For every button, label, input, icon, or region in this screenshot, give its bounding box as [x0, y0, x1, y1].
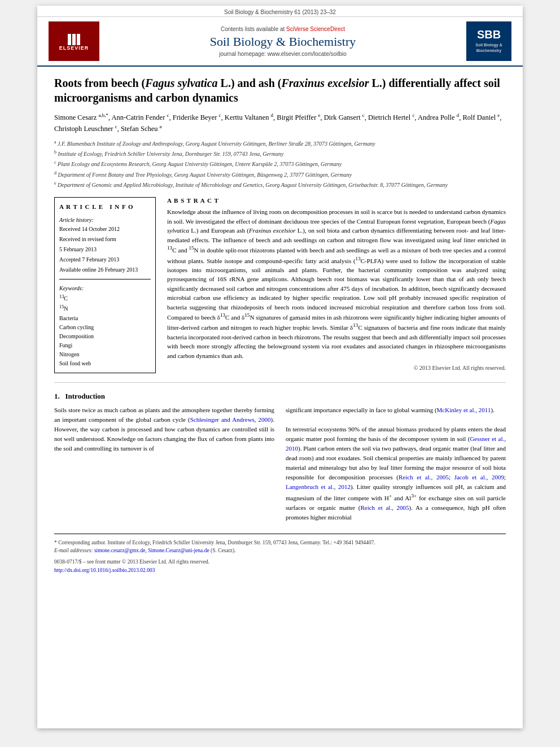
- history-label: Article history:: [59, 216, 151, 225]
- page: Soil Biology & Biochemistry 61 (2013) 23…: [37, 6, 523, 728]
- footnotes-area: * Corresponding author. Institute of Eco…: [54, 534, 506, 574]
- keyword-fungi: Fungi: [59, 341, 151, 350]
- logo-abbr: SBB: [477, 28, 501, 41]
- intro-heading: 1. Introduction: [54, 392, 506, 401]
- journal-header: ELSEVIER Contents lists available at Sci…: [37, 17, 523, 67]
- elsevier-logo: ELSEVIER: [49, 21, 99, 61]
- journal-title: Soil Biology & Biochemistry: [111, 34, 455, 49]
- journal-center: Contents lists available at SciVerse Sci…: [99, 26, 466, 57]
- keywords-label: Keywords:: [59, 284, 151, 293]
- copyright-line: © 2013 Elsevier Ltd. All rights reserved…: [167, 365, 506, 371]
- elsevier-logo-bars: [68, 34, 80, 45]
- article-title: Roots from beech (Fagus sylvatica L.) an…: [54, 76, 506, 105]
- doi-line: http://dx.doi.org/10.1016/j.soilbio.2013…: [54, 566, 506, 574]
- email-link-2[interactable]: Simone.Cesarz@uni-jena.de: [148, 548, 209, 553]
- contents-line: Contents lists available at SciVerse Sci…: [111, 26, 455, 32]
- ref-schlesinger[interactable]: Schlesinger and Andrews, 2000: [190, 416, 271, 423]
- copyright-notice: 0038-0717/$ – see front matter © 2013 El…: [54, 558, 506, 566]
- citation-text: Soil Biology & Biochemistry 61 (2013) 23…: [224, 9, 336, 15]
- received-revised-label: Received in revised form: [59, 235, 151, 244]
- accepted-date: Accepted 7 February 2013: [59, 255, 151, 264]
- affiliation-a: a J.F. Blumenbach Institute of Zoology a…: [54, 139, 506, 148]
- logo-text: Soil Biology &Biochemistry: [474, 41, 503, 54]
- keyword-decomposition: Decomposition: [59, 332, 151, 341]
- ref-jacob[interactable]: Jacob et al., 2009: [454, 474, 504, 480]
- contents-text: Contents lists available at: [221, 26, 286, 32]
- affiliation-c: c Plant Ecology and Ecosystems Research,…: [54, 159, 506, 168]
- intro-right-col: significant importance especially in fac…: [286, 405, 506, 522]
- journal-logo-right: SBB Soil Biology &Biochemistry: [466, 21, 511, 61]
- info-abstract-section: A R T I C L E I N F O Article history: R…: [54, 197, 506, 373]
- abstract-title: A B S T R A C T: [167, 197, 506, 204]
- keyword-13c: 13C: [59, 293, 151, 303]
- journal-homepage: journal homepage: www.elsevier.com/locat…: [111, 51, 455, 57]
- corresponding-author-note: * Corresponding author. Institute of Eco…: [54, 539, 506, 547]
- received-date: Received 14 October 2012: [59, 225, 151, 234]
- keyword-carbon-cycling: Carbon cycling: [59, 323, 151, 332]
- ref-mckinley[interactable]: McKinley et al., 2011: [437, 407, 491, 413]
- article-info-col: A R T I C L E I N F O Article history: R…: [54, 197, 156, 373]
- available-date: Available online 26 February 2013: [59, 265, 151, 274]
- abstract-col: A B S T R A C T Knowledge about the infl…: [167, 197, 506, 373]
- copyright-text: 0038-0717/$ – see front matter © 2013 El…: [54, 559, 209, 565]
- affiliation-d: d Department of Forest Botany and Tree P…: [54, 170, 506, 179]
- revised-date: 5 February 2013: [59, 245, 151, 254]
- affiliation-b: b Institute of Ecology, Friedrich Schill…: [54, 149, 506, 158]
- doi-link[interactable]: http://dx.doi.org/10.1016/j.soilbio.2013…: [54, 567, 155, 573]
- keywords-list: 13C 15N Bacteria Carbon cycling Decompos…: [59, 293, 151, 368]
- ref-langenbruch[interactable]: Langenbruch et al., 2012: [286, 483, 351, 490]
- affiliations: a J.F. Blumenbach Institute of Zoology a…: [54, 139, 506, 190]
- elsevier-logo-text: ELSEVIER: [59, 45, 89, 51]
- keyword-bacteria: Bacteria: [59, 314, 151, 323]
- keyword-soil-food-web: Soil food web: [59, 359, 151, 368]
- email-line: E-mail addresses: simone.cesarz@gmx.de, …: [54, 547, 506, 554]
- info-divider: [59, 279, 151, 279]
- ref-reich2005[interactable]: Reich et al., 2005: [399, 474, 449, 480]
- keyword-nitrogen: Nitrogen: [59, 350, 151, 359]
- article-info-title: A R T I C L E I N F O: [59, 202, 151, 212]
- keyword-15n: 15N: [59, 303, 151, 313]
- journal-citation: Soil Biology & Biochemistry 61 (2013) 23…: [37, 6, 523, 17]
- intro-two-col: Soils store twice as much carbon as plan…: [54, 405, 506, 522]
- ref-reich2005b[interactable]: Reich et al., 2005: [360, 504, 409, 511]
- main-content: Roots from beech (Fagus sylvatica L.) an…: [37, 67, 523, 583]
- intro-left-col: Soils store twice as much carbon as plan…: [54, 405, 274, 522]
- article-info-box: A R T I C L E I N F O Article history: R…: [54, 197, 156, 373]
- section-divider: [54, 382, 506, 383]
- email-link-1[interactable]: simone.cesarz@gmx.de: [94, 548, 146, 553]
- affiliation-e: e Department of Genomic and Applied Micr…: [54, 180, 506, 189]
- abstract-text: Knowledge about the influence of living …: [167, 207, 506, 360]
- introduction-section: 1. Introduction Soils store twice as muc…: [54, 392, 506, 522]
- authors-line: Simone Cesarz a,b,*, Ann-Catrin Fender c…: [54, 112, 506, 134]
- ref-gessner[interactable]: Gessner et al., 2010: [286, 435, 506, 452]
- sciverse-link[interactable]: SciVerse ScienceDirect: [286, 26, 345, 32]
